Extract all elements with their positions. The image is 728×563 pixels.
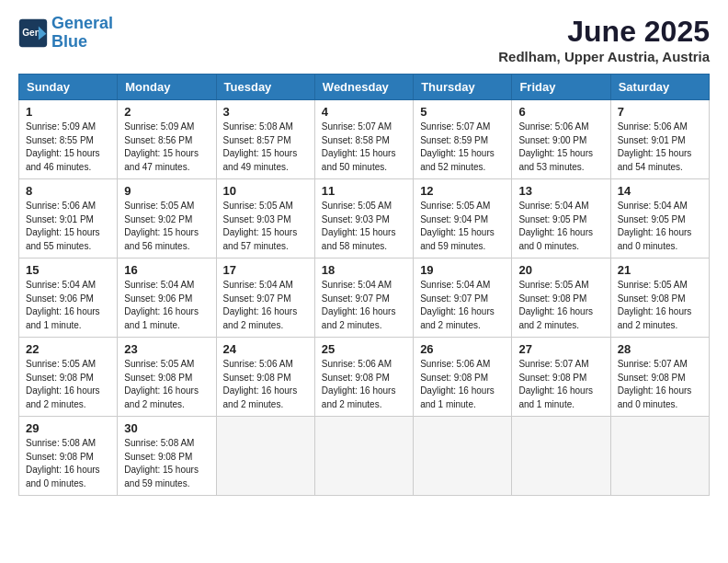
logo: Gen General Blue xyxy=(18,15,113,52)
calendar-empty-cell xyxy=(414,417,512,496)
day-info: Sunrise: 5:04 AM Sunset: 9:06 PM Dayligh… xyxy=(26,279,110,332)
day-info: Sunrise: 5:04 AM Sunset: 9:05 PM Dayligh… xyxy=(618,200,702,253)
day-info: Sunrise: 5:05 AM Sunset: 9:03 PM Dayligh… xyxy=(322,200,406,253)
calendar-day-19: 19 Sunrise: 5:04 AM Sunset: 9:07 PM Dayl… xyxy=(414,259,512,338)
calendar-day-12: 12 Sunrise: 5:05 AM Sunset: 9:04 PM Dayl… xyxy=(414,179,512,259)
calendar-day-11: 11 Sunrise: 5:05 AM Sunset: 9:03 PM Dayl… xyxy=(314,179,413,259)
day-info: Sunrise: 5:07 AM Sunset: 9:08 PM Dayligh… xyxy=(518,358,603,411)
calendar-day-27: 27 Sunrise: 5:07 AM Sunset: 9:08 PM Dayl… xyxy=(512,338,610,417)
calendar-day-23: 23 Sunrise: 5:05 AM Sunset: 9:08 PM Dayl… xyxy=(118,338,216,417)
day-info: Sunrise: 5:05 AM Sunset: 9:03 PM Dayligh… xyxy=(223,200,308,253)
day-number: 25 xyxy=(322,342,406,356)
day-number: 12 xyxy=(420,184,505,198)
day-number: 1 xyxy=(26,105,110,119)
day-number: 18 xyxy=(322,263,406,277)
calendar-day-7: 7 Sunrise: 5:06 AM Sunset: 9:01 PM Dayli… xyxy=(610,100,709,179)
calendar-day-14: 14 Sunrise: 5:04 AM Sunset: 9:05 PM Dayl… xyxy=(610,179,709,259)
day-info: Sunrise: 5:05 AM Sunset: 9:08 PM Dayligh… xyxy=(618,279,702,332)
calendar-week-4: 22 Sunrise: 5:05 AM Sunset: 9:08 PM Dayl… xyxy=(19,338,710,417)
day-number: 20 xyxy=(518,263,603,277)
day-number: 24 xyxy=(223,342,308,356)
day-info: Sunrise: 5:08 AM Sunset: 9:08 PM Dayligh… xyxy=(26,437,110,490)
calendar-table: SundayMondayTuesdayWednesdayThursdayFrid… xyxy=(18,74,710,496)
day-info: Sunrise: 5:09 AM Sunset: 8:55 PM Dayligh… xyxy=(26,121,110,174)
calendar-week-1: 1 Sunrise: 5:09 AM Sunset: 8:55 PM Dayli… xyxy=(19,100,710,179)
calendar-day-24: 24 Sunrise: 5:06 AM Sunset: 9:08 PM Dayl… xyxy=(216,338,314,417)
day-info: Sunrise: 5:09 AM Sunset: 8:56 PM Dayligh… xyxy=(124,121,209,174)
calendar-empty-cell xyxy=(314,417,413,496)
day-number: 15 xyxy=(26,263,110,277)
calendar-day-5: 5 Sunrise: 5:07 AM Sunset: 8:59 PM Dayli… xyxy=(414,100,512,179)
day-info: Sunrise: 5:04 AM Sunset: 9:06 PM Dayligh… xyxy=(124,279,209,332)
calendar-week-5: 29 Sunrise: 5:08 AM Sunset: 9:08 PM Dayl… xyxy=(19,417,710,496)
day-info: Sunrise: 5:06 AM Sunset: 9:08 PM Dayligh… xyxy=(322,358,406,411)
day-number: 10 xyxy=(223,184,308,198)
day-number: 29 xyxy=(26,421,110,435)
day-info: Sunrise: 5:07 AM Sunset: 9:08 PM Dayligh… xyxy=(618,358,702,411)
day-number: 16 xyxy=(124,263,209,277)
day-info: Sunrise: 5:05 AM Sunset: 9:04 PM Dayligh… xyxy=(420,200,505,253)
day-info: Sunrise: 5:05 AM Sunset: 9:08 PM Dayligh… xyxy=(26,358,110,411)
day-info: Sunrise: 5:07 AM Sunset: 8:59 PM Dayligh… xyxy=(420,121,505,174)
day-number: 13 xyxy=(518,184,603,198)
day-info: Sunrise: 5:04 AM Sunset: 9:07 PM Dayligh… xyxy=(223,279,308,332)
day-number: 22 xyxy=(26,342,110,356)
day-number: 27 xyxy=(518,342,603,356)
day-info: Sunrise: 5:06 AM Sunset: 9:00 PM Dayligh… xyxy=(518,121,603,174)
day-number: 26 xyxy=(420,342,505,356)
day-info: Sunrise: 5:05 AM Sunset: 9:02 PM Dayligh… xyxy=(124,200,209,253)
location-subtitle: Redlham, Upper Austria, Austria xyxy=(498,49,710,64)
day-number: 21 xyxy=(618,263,702,277)
calendar-week-3: 15 Sunrise: 5:04 AM Sunset: 9:06 PM Dayl… xyxy=(19,259,710,338)
calendar-day-20: 20 Sunrise: 5:05 AM Sunset: 9:08 PM Dayl… xyxy=(512,259,610,338)
day-info: Sunrise: 5:06 AM Sunset: 9:01 PM Dayligh… xyxy=(618,121,702,174)
calendar-day-21: 21 Sunrise: 5:05 AM Sunset: 9:08 PM Dayl… xyxy=(610,259,709,338)
day-number: 19 xyxy=(420,263,505,277)
day-number: 11 xyxy=(322,184,406,198)
calendar-empty-cell xyxy=(216,417,314,496)
day-info: Sunrise: 5:08 AM Sunset: 8:57 PM Dayligh… xyxy=(223,121,308,174)
calendar-header-friday: Friday xyxy=(512,75,610,100)
day-number: 2 xyxy=(124,105,209,119)
title-block: June 2025 Redlham, Upper Austria, Austri… xyxy=(498,15,710,64)
svg-text:Gen: Gen xyxy=(22,27,40,37)
logo-icon: Gen xyxy=(18,18,48,48)
day-info: Sunrise: 5:08 AM Sunset: 9:08 PM Dayligh… xyxy=(124,437,209,490)
day-info: Sunrise: 5:05 AM Sunset: 9:08 PM Dayligh… xyxy=(518,279,603,332)
calendar-day-22: 22 Sunrise: 5:05 AM Sunset: 9:08 PM Dayl… xyxy=(19,338,118,417)
day-number: 14 xyxy=(618,184,702,198)
calendar-day-1: 1 Sunrise: 5:09 AM Sunset: 8:55 PM Dayli… xyxy=(19,100,118,179)
calendar-header-monday: Monday xyxy=(118,75,216,100)
calendar-day-18: 18 Sunrise: 5:04 AM Sunset: 9:07 PM Dayl… xyxy=(314,259,413,338)
day-info: Sunrise: 5:05 AM Sunset: 9:08 PM Dayligh… xyxy=(124,358,209,411)
logo-text-line1: General xyxy=(51,15,113,33)
calendar-day-9: 9 Sunrise: 5:05 AM Sunset: 9:02 PM Dayli… xyxy=(118,179,216,259)
month-title: June 2025 xyxy=(498,15,710,49)
calendar-day-26: 26 Sunrise: 5:06 AM Sunset: 9:08 PM Dayl… xyxy=(414,338,512,417)
calendar-day-17: 17 Sunrise: 5:04 AM Sunset: 9:07 PM Dayl… xyxy=(216,259,314,338)
calendar-day-4: 4 Sunrise: 5:07 AM Sunset: 8:58 PM Dayli… xyxy=(314,100,413,179)
calendar-day-15: 15 Sunrise: 5:04 AM Sunset: 9:06 PM Dayl… xyxy=(19,259,118,338)
calendar-empty-cell xyxy=(610,417,709,496)
day-number: 5 xyxy=(420,105,505,119)
calendar-day-25: 25 Sunrise: 5:06 AM Sunset: 9:08 PM Dayl… xyxy=(314,338,413,417)
calendar-day-30: 30 Sunrise: 5:08 AM Sunset: 9:08 PM Dayl… xyxy=(118,417,216,496)
calendar-header-saturday: Saturday xyxy=(610,75,709,100)
day-number: 3 xyxy=(223,105,308,119)
day-info: Sunrise: 5:06 AM Sunset: 9:08 PM Dayligh… xyxy=(420,358,505,411)
day-number: 9 xyxy=(124,184,209,198)
day-number: 7 xyxy=(618,105,702,119)
page-header: Gen General Blue June 2025 Redlham, Uppe… xyxy=(18,15,710,64)
day-number: 17 xyxy=(223,263,308,277)
calendar-day-6: 6 Sunrise: 5:06 AM Sunset: 9:00 PM Dayli… xyxy=(512,100,610,179)
calendar-header-wednesday: Wednesday xyxy=(314,75,413,100)
logo-text-line2: Blue xyxy=(51,33,113,52)
calendar-day-28: 28 Sunrise: 5:07 AM Sunset: 9:08 PM Dayl… xyxy=(610,338,709,417)
calendar-header-row: SundayMondayTuesdayWednesdayThursdayFrid… xyxy=(19,75,710,100)
day-info: Sunrise: 5:06 AM Sunset: 9:08 PM Dayligh… xyxy=(223,358,308,411)
day-info: Sunrise: 5:04 AM Sunset: 9:05 PM Dayligh… xyxy=(518,200,603,253)
calendar-day-2: 2 Sunrise: 5:09 AM Sunset: 8:56 PM Dayli… xyxy=(118,100,216,179)
calendar-day-10: 10 Sunrise: 5:05 AM Sunset: 9:03 PM Dayl… xyxy=(216,179,314,259)
day-number: 30 xyxy=(124,421,209,435)
calendar-header-tuesday: Tuesday xyxy=(216,75,314,100)
